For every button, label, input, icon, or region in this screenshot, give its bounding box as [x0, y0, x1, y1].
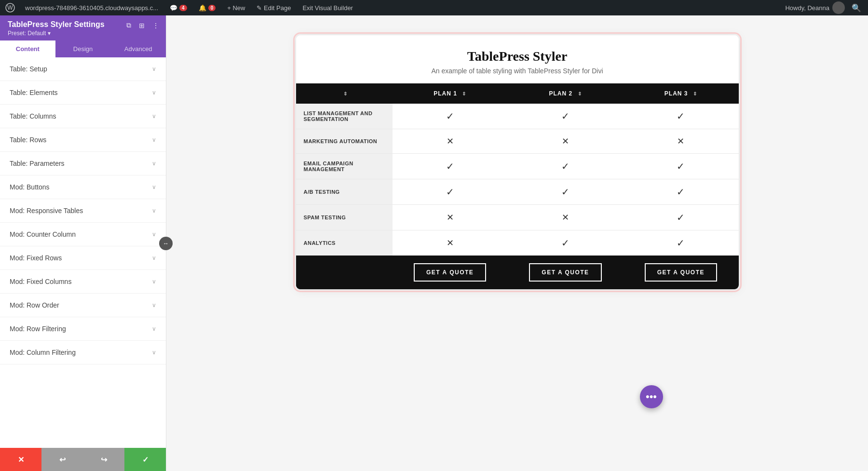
x-icon: ✕ [677, 136, 684, 146]
comment-icon: 💬 [170, 4, 177, 12]
tab-design[interactable]: Design [55, 40, 111, 57]
get-quote-button-plan2[interactable]: GET A QUOTE [529, 263, 601, 282]
redo-button[interactable]: ↪ [83, 448, 124, 471]
chevron-down-icon: ∨ [152, 160, 156, 167]
admin-bar-exit-builder[interactable]: Exit Visual Builder [299, 0, 356, 15]
sidebar-item-mod-fixed-columns[interactable]: Mod: Fixed Columns ∨ [0, 270, 166, 294]
footer-cell-plan1: GET A QUOTE [393, 256, 508, 289]
table-row: LIST MANAGEMENT AND SEGMENTATION ✓ ✓ ✓ [296, 104, 739, 129]
feature-label-list-management: LIST MANAGEMENT AND SEGMENTATION [296, 104, 393, 129]
x-icon: ✕ [562, 136, 569, 146]
cell-plan1-ab-testing: ✓ [393, 179, 508, 205]
admin-bar-search-icon[interactable]: 🔍 [849, 3, 864, 13]
tab-advanced[interactable]: Advanced [110, 40, 166, 57]
cell-plan2-analytics: ✓ [508, 230, 623, 256]
table-row: A/B TESTING ✓ ✓ ✓ [296, 179, 739, 205]
sidebar-tabs: Content Design Advanced [0, 40, 166, 57]
wp-logo-icon[interactable]: W [4, 1, 16, 14]
cell-plan3-ab-testing: ✓ [623, 179, 738, 205]
save-button[interactable]: ✓ [124, 448, 166, 471]
sidebar-bottom-bar: ✕ ↩ ↪ ✓ [0, 448, 166, 471]
sidebar-preset[interactable]: Preset: Default ▾ [8, 30, 158, 37]
x-icon: ✕ [447, 136, 454, 146]
table-body: LIST MANAGEMENT AND SEGMENTATION ✓ ✓ ✓ M… [296, 104, 739, 256]
sidebar-item-mod-row-filtering[interactable]: Mod: Row Filtering ∨ [0, 317, 166, 341]
chevron-down-icon: ∨ [152, 231, 156, 238]
sidebar-item-mod-column-filtering[interactable]: Mod: Column Filtering ∨ [0, 341, 166, 364]
header-cell-plan1[interactable]: PLAN 1 ⇕ [393, 83, 508, 104]
sidebar-item-table-setup[interactable]: Table: Setup ∨ [0, 57, 166, 81]
check-icon: ✓ [677, 187, 685, 197]
more-options-icon[interactable]: ⋮ [150, 21, 161, 30]
sidebar-header: TablePress Styler Settings Preset: Defau… [0, 15, 166, 40]
check-icon: ✓ [561, 161, 570, 172]
cell-plan2-marketing-automation: ✕ [508, 129, 623, 154]
cell-plan1-list-management: ✓ [393, 104, 508, 129]
admin-bar-comments[interactable]: 💬 4 [167, 0, 190, 15]
sort-icon-empty: ⇕ [343, 91, 348, 96]
admin-bar-edit-page[interactable]: ✎ Edit Page [254, 0, 294, 15]
tablepress-header: TablePress Styler An example of table st… [296, 35, 739, 83]
check-icon: ✓ [446, 111, 454, 121]
chevron-down-icon: ∨ [152, 349, 156, 356]
sort-icon-plan1: ⇕ [462, 91, 466, 96]
cell-plan3-list-management: ✓ [623, 104, 738, 129]
tablepress-subtitle: An example of table styling with TablePr… [306, 67, 729, 75]
get-quote-button-plan1[interactable]: GET A QUOTE [414, 263, 486, 282]
header-cell-plan2[interactable]: PLAN 2 ⇕ [508, 83, 623, 104]
cell-plan1-marketing-automation: ✕ [393, 129, 508, 154]
admin-bar-notifications[interactable]: 🔔 0 [196, 0, 219, 15]
cell-plan2-ab-testing: ✓ [508, 179, 623, 205]
sidebar-item-mod-buttons[interactable]: Mod: Buttons ∨ [0, 175, 166, 199]
sidebar-item-mod-counter[interactable]: Mod: Counter Column ∨ [0, 223, 166, 246]
sidebar-item-mod-responsive[interactable]: Mod: Responsive Tables ∨ [0, 199, 166, 223]
cell-plan1-email-campaign: ✓ [393, 154, 508, 179]
duplicate-icon[interactable]: ⧉ [124, 20, 133, 30]
table-footer: GET A QUOTE GET A QUOTE GET A QUOTE [296, 256, 739, 289]
chevron-down-icon: ∨ [152, 302, 156, 309]
fab-button[interactable]: ••• [640, 385, 663, 408]
sidebar-item-mod-row-order[interactable]: Mod: Row Order ∨ [0, 294, 166, 317]
check-icon: ✓ [561, 238, 570, 248]
sidebar-item-table-parameters[interactable]: Table: Parameters ∨ [0, 152, 166, 175]
cell-plan3-marketing-automation: ✕ [623, 129, 738, 154]
x-icon: ✕ [447, 213, 454, 222]
resize-handle[interactable]: ↔ [159, 237, 173, 250]
cell-plan1-analytics: ✕ [393, 230, 508, 256]
check-icon: ✓ [561, 187, 570, 197]
chevron-down-icon: ∨ [152, 89, 156, 96]
wp-admin-bar: W wordpress-784896-3610405.cloudwaysapps… [0, 0, 868, 15]
tab-content[interactable]: Content [0, 40, 55, 57]
chevron-down-icon: ∨ [152, 255, 156, 261]
admin-bar-site-link[interactable]: wordpress-784896-3610405.cloudwaysapps.c… [22, 0, 161, 15]
cell-plan3-spam-testing: ✓ [623, 205, 738, 230]
notif-count-badge: 0 [208, 5, 216, 11]
undo-button[interactable]: ↩ [41, 448, 83, 471]
sidebar-item-mod-fixed-rows[interactable]: Mod: Fixed Rows ∨ [0, 246, 166, 270]
sidebar-item-table-rows[interactable]: Table: Rows ∨ [0, 128, 166, 152]
tablepress-table: ⇕ PLAN 1 ⇕ PLAN 2 ⇕ PLAN 3 ⇕ [296, 83, 739, 289]
chevron-down-icon: ∨ [152, 136, 156, 143]
cell-plan2-email-campaign: ✓ [508, 154, 623, 179]
admin-bar-howdy[interactable]: Howdy, Deanna [785, 1, 845, 14]
svg-text:W: W [7, 4, 13, 11]
header-cell-plan3[interactable]: PLAN 3 ⇕ [623, 83, 738, 104]
get-quote-button-plan3[interactable]: GET A QUOTE [645, 263, 717, 282]
feature-label-marketing-automation: MARKETING AUTOMATION [296, 129, 393, 154]
fab-dots-icon: ••• [646, 390, 657, 403]
footer-empty-cell [296, 256, 393, 289]
feature-label-email-campaign: EMAIL CAMPAIGN MANAGEMENT [296, 154, 393, 179]
sort-icon-plan3: ⇕ [693, 91, 697, 96]
feature-label-ab-testing: A/B TESTING [296, 179, 393, 205]
preset-chevron-icon: ▾ [48, 30, 51, 37]
x-icon: ✕ [447, 238, 454, 248]
admin-bar-new-button[interactable]: + New [224, 0, 248, 15]
chevron-down-icon: ∨ [152, 184, 156, 190]
columns-icon[interactable]: ⊞ [137, 21, 147, 30]
chevron-down-icon: ∨ [152, 325, 156, 332]
check-icon: ✓ [446, 187, 454, 197]
sidebar-item-table-columns[interactable]: Table: Columns ∨ [0, 105, 166, 128]
sidebar-item-table-elements[interactable]: Table: Elements ∨ [0, 81, 166, 105]
feature-label-analytics: ANALYTICS [296, 230, 393, 256]
cancel-button[interactable]: ✕ [0, 448, 41, 471]
